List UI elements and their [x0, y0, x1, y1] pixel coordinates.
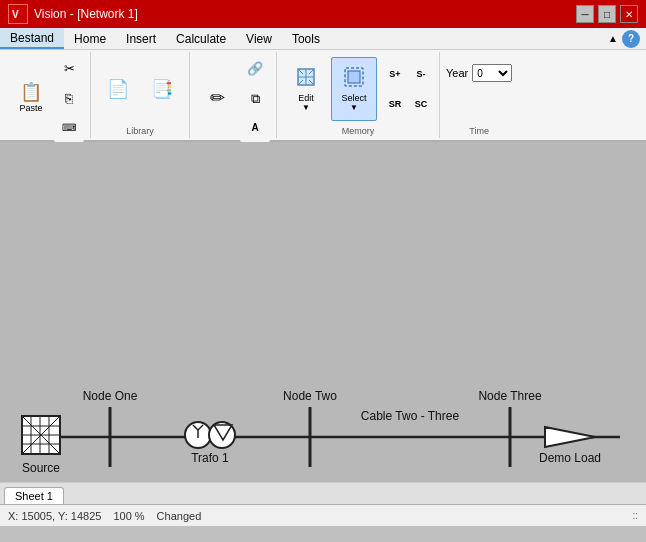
ribbon-group-clipboard: 📋 Paste ✂ ⎘ ⌨ Clipboard — [4, 52, 91, 138]
statusbar-right: :: — [632, 510, 638, 521]
memory-sm-col: S+ S- SR SC — [383, 60, 433, 118]
maximize-button[interactable]: □ — [598, 5, 616, 23]
library-label: Library — [126, 124, 154, 136]
paste-icon: 📋 — [20, 83, 42, 101]
app-icon: V — [8, 4, 28, 24]
sminus-button[interactable]: S- — [409, 60, 433, 88]
paste-button[interactable]: 📋 Paste — [10, 66, 52, 130]
time-label: Time — [469, 124, 489, 136]
menu-view[interactable]: View — [236, 28, 282, 49]
sc-button[interactable]: SC — [409, 90, 433, 118]
ribbon-group-memory: Edit ▼ Select ▼ S+ S- — [277, 52, 440, 138]
cut-button[interactable]: ✂ — [54, 54, 84, 82]
titlebar-left: V Vision - [Network 1] — [8, 4, 138, 24]
sheet-tab-1[interactable]: Sheet 1 — [4, 487, 64, 504]
pres4-button[interactable]: A — [240, 114, 270, 142]
library-buttons: 📄 📑 — [97, 54, 183, 124]
titlebar: V Vision - [Network 1] ─ □ ✕ — [0, 0, 646, 28]
sr-button[interactable]: SR — [383, 90, 407, 118]
load-symbol[interactable] — [545, 427, 595, 447]
pres3-icon: ⧉ — [251, 92, 260, 105]
sheet-tabs: Sheet 1 — [0, 482, 646, 504]
year-select[interactable]: 0 1 2 — [472, 64, 512, 82]
ribbon-collapse-icon[interactable]: ▲ — [608, 33, 618, 44]
coordinates-display: X: 15005, Y: 14825 — [8, 510, 101, 522]
copy-icon: ⎘ — [65, 92, 73, 105]
splus-sminus-row: S+ S- — [383, 60, 433, 88]
library1-button[interactable]: 📄 — [97, 57, 139, 121]
select-icon — [343, 66, 365, 91]
trafo-label: Trafo 1 — [191, 451, 229, 465]
pres-col: 🔗 ⧉ A — [240, 54, 270, 142]
pres1-icon: ✏ — [210, 89, 225, 107]
canvas-area[interactable]: Source Trafo 1 Cable Two - Three Demo Lo… — [0, 142, 646, 482]
ribbon: 📋 Paste ✂ ⎘ ⌨ Clipboard 📄 — [0, 50, 646, 142]
status-changed: Changed — [157, 510, 202, 522]
pres2-icon: 🔗 — [247, 62, 263, 75]
edit-label: Edit — [298, 93, 314, 103]
memory-buttons: Edit ▼ Select ▼ S+ S- — [283, 54, 433, 124]
edit-button[interactable]: Edit ▼ — [283, 57, 329, 121]
source-label: Source — [22, 461, 60, 475]
pres4-icon: A — [251, 123, 258, 133]
node-two-label: Node Two — [283, 389, 337, 403]
ribbon-group-time: Year 0 1 2 Time — [440, 52, 518, 138]
network-diagram: Source Trafo 1 Cable Two - Three Demo Lo… — [0, 142, 646, 482]
svg-rect-6 — [348, 71, 360, 83]
clipboard-buttons: 📋 Paste ✂ ⎘ ⌨ — [10, 54, 84, 142]
paste-label: Paste — [19, 103, 42, 113]
year-control: Year 0 1 2 — [446, 64, 512, 82]
sr-sc-row: SR SC — [383, 90, 433, 118]
memory-label: Memory — [342, 124, 375, 136]
pres3-button[interactable]: ⧉ — [240, 84, 270, 112]
menubar: Bestand Home Insert Calculate View Tools… — [0, 28, 646, 50]
pres1-button[interactable]: ✏ — [196, 66, 238, 130]
ribbon-group-presentation: ✏ 🔗 ⧉ A Presentation — [190, 52, 277, 138]
zoom-display: 100 % — [113, 510, 144, 522]
select-label: Select — [341, 93, 366, 103]
help-button[interactable]: ? — [622, 30, 640, 48]
library1-icon: 📄 — [107, 80, 129, 98]
cable-label: Cable Two - Three — [361, 409, 460, 423]
titlebar-controls: ─ □ ✕ — [576, 5, 638, 23]
menu-bestand[interactable]: Bestand — [0, 28, 64, 49]
menu-insert[interactable]: Insert — [116, 28, 166, 49]
cut-icon: ✂ — [64, 62, 75, 75]
clipboard-col: ✂ ⎘ ⌨ — [54, 54, 84, 142]
menu-tools[interactable]: Tools — [282, 28, 330, 49]
ribbon-group-library: 📄 📑 Library — [91, 52, 190, 138]
presentation-buttons: ✏ 🔗 ⧉ A — [196, 54, 270, 142]
node-one-label: Node One — [83, 389, 138, 403]
select-dropdown[interactable]: ▼ — [350, 103, 358, 112]
library2-icon: 📑 — [151, 80, 173, 98]
node-three-label: Node Three — [478, 389, 541, 403]
app-title: Vision - [Network 1] — [34, 7, 138, 21]
menu-home[interactable]: Home — [64, 28, 116, 49]
statusbar-left: X: 15005, Y: 14825 100 % Changed — [8, 510, 201, 522]
library2-button[interactable]: 📑 — [141, 57, 183, 121]
copy-button[interactable]: ⎘ — [54, 84, 84, 112]
splus-button[interactable]: S+ — [383, 60, 407, 88]
year-label: Year — [446, 67, 468, 79]
minimize-button[interactable]: ─ — [576, 5, 594, 23]
select-button[interactable]: Select ▼ — [331, 57, 377, 121]
format-icon: ⌨ — [62, 123, 76, 133]
format-button[interactable]: ⌨ — [54, 114, 84, 142]
menu-calculate[interactable]: Calculate — [166, 28, 236, 49]
close-button[interactable]: ✕ — [620, 5, 638, 23]
edit-dropdown[interactable]: ▼ — [302, 103, 310, 112]
edit-icon — [295, 66, 317, 91]
svg-text:V: V — [12, 9, 19, 20]
statusbar: X: 15005, Y: 14825 100 % Changed :: — [0, 504, 646, 526]
pres2-button[interactable]: 🔗 — [240, 54, 270, 82]
load-label: Demo Load — [539, 451, 601, 465]
